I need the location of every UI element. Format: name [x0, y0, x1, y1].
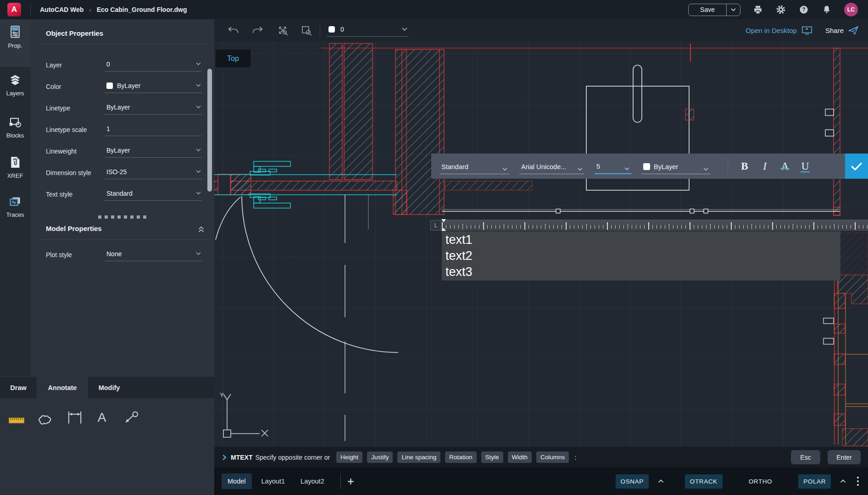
text-height-input[interactable]: 5	[595, 159, 631, 174]
zoom-extents-icon	[277, 24, 289, 36]
share-button[interactable]: Share	[825, 25, 859, 35]
option-columns[interactable]: Columns	[536, 451, 569, 463]
chevron-down-icon	[196, 105, 201, 109]
zoom-extents-button[interactable]	[276, 23, 289, 37]
tab-annotate[interactable]: Annotate	[37, 377, 88, 398]
collapse-section-button[interactable]	[198, 226, 204, 233]
option-line-spacing[interactable]: Line spacing	[397, 451, 440, 463]
chevron-down-icon	[703, 168, 708, 171]
grip-handle[interactable]	[704, 209, 708, 213]
help-button[interactable]: ?	[798, 4, 809, 15]
tab-draw[interactable]: Draw	[0, 377, 37, 398]
tab-modify[interactable]: Modify	[88, 377, 130, 398]
print-button[interactable]	[752, 4, 763, 15]
text-color-value: ByLayer	[654, 163, 678, 170]
printer-icon	[753, 5, 763, 15]
text-color-select[interactable]: ByLayer	[641, 159, 710, 174]
panel-scrollbar[interactable]	[207, 69, 212, 192]
property-label: Linetype	[46, 104, 105, 112]
text-style-dropdown[interactable]: Standard	[105, 188, 202, 201]
color-dropdown[interactable]: ByLayer	[105, 81, 202, 93]
layer-dropdown[interactable]: 0	[105, 59, 202, 72]
option-width[interactable]: Width	[508, 451, 532, 463]
linetype-scale-input[interactable]: 1	[105, 124, 202, 136]
door-handle-bottom	[250, 194, 290, 208]
linetype-dropdown[interactable]: ByLayer	[105, 102, 202, 115]
open-in-desktop-button[interactable]: Open in Desktop	[746, 26, 812, 35]
multileader-tool-button[interactable]	[122, 408, 140, 427]
undo-button[interactable]	[226, 23, 240, 37]
toggle-polar[interactable]: POLAR	[798, 474, 831, 489]
chevron-down-icon	[196, 192, 201, 195]
sidebar-item-properties[interactable]: Prop.	[0, 25, 30, 49]
confirm-text-button[interactable]	[845, 154, 868, 179]
divider	[39, 239, 207, 240]
italic-button[interactable]: I	[755, 156, 775, 176]
object-properties-title: Object Properties	[46, 29, 103, 37]
enter-button[interactable]: Enter	[828, 450, 861, 464]
strikethrough-button[interactable]: A	[775, 156, 795, 176]
tab-layout1[interactable]: Layout1	[256, 473, 291, 489]
autocad-logo-icon[interactable]: A	[7, 3, 21, 16]
view-cube-label[interactable]: Top	[216, 50, 250, 67]
measure-tool-button[interactable]	[7, 411, 26, 429]
font-select[interactable]: Arial Unicode...	[519, 159, 584, 174]
underline-button[interactable]: U	[795, 156, 815, 176]
option-rotation[interactable]: Rotation	[445, 451, 476, 463]
breadcrumb-filename[interactable]: Eco Cabin_Ground Floor.dwg	[97, 6, 187, 13]
mtext-line[interactable]: text3	[445, 264, 837, 280]
chevron-down-icon	[402, 28, 407, 31]
current-layer-dropdown[interactable]: 0	[327, 24, 408, 37]
add-layout-button[interactable]	[347, 478, 354, 485]
plot-style-dropdown[interactable]: None	[105, 249, 202, 261]
text-tool-icon: A	[95, 410, 109, 425]
option-height[interactable]: Height	[336, 451, 362, 463]
blocks-icon	[8, 116, 22, 129]
linear-dimension-tool-button[interactable]	[66, 408, 84, 427]
tab-layout2[interactable]: Layout2	[295, 473, 330, 489]
sidebar-item-xref[interactable]: XREF	[0, 155, 30, 179]
redo-button[interactable]	[251, 23, 265, 37]
avatar[interactable]: LC	[844, 3, 858, 16]
save-button[interactable]: Save	[689, 4, 726, 16]
text-tool-button[interactable]: A	[93, 408, 111, 427]
esc-button[interactable]: Esc	[791, 450, 820, 464]
bold-button[interactable]: B	[734, 156, 755, 176]
panel-resize-handle[interactable]	[98, 215, 146, 219]
current-layer-value: 0	[340, 26, 344, 33]
grip-handle[interactable]	[690, 209, 694, 213]
mtext-selection-frame[interactable]	[442, 209, 840, 213]
mtext-ruler[interactable]	[442, 219, 868, 231]
breadcrumb-app[interactable]: AutoCAD Web	[40, 6, 83, 13]
status-overflow-menu[interactable]	[855, 477, 861, 486]
toggle-osnap[interactable]: OSNAP	[616, 474, 649, 489]
sidebar-item-blocks[interactable]: Blocks	[0, 116, 30, 139]
ruler-icon	[8, 414, 25, 426]
text-style-select[interactable]: Standard	[440, 159, 509, 174]
mtext-line[interactable]: text2	[445, 248, 837, 264]
ruler-tab-button[interactable]: L	[430, 220, 441, 231]
indent-marker-bottom[interactable]	[441, 226, 446, 231]
grip-handle[interactable]	[556, 209, 560, 213]
option-justify[interactable]: Justify	[367, 451, 393, 463]
mtext-line[interactable]: text1	[445, 232, 837, 248]
sidebar-item-traces[interactable]: Traces	[0, 195, 30, 218]
dimension-style-dropdown[interactable]: ISO-25	[105, 167, 202, 179]
lineweight-dropdown[interactable]: ByLayer	[105, 145, 202, 158]
zoom-window-button[interactable]	[300, 23, 313, 37]
mtext-editor[interactable]: text1 text2 text3	[442, 231, 840, 280]
settings-button[interactable]	[775, 4, 786, 15]
toggle-ortho[interactable]: ORTHO	[744, 474, 778, 489]
save-menu-button[interactable]	[726, 4, 740, 16]
indent-marker-top[interactable]	[441, 219, 446, 225]
revision-cloud-tool-button[interactable]	[36, 408, 54, 427]
sidebar-item-label: Traces	[6, 211, 24, 218]
osnap-menu-chevron-icon[interactable]	[658, 479, 664, 483]
tab-model[interactable]: Model	[222, 473, 252, 489]
polar-menu-chevron-icon[interactable]	[840, 479, 846, 483]
toggle-otrack[interactable]: OTRACK	[685, 474, 723, 489]
notifications-button[interactable]	[821, 4, 832, 15]
sidebar-item-layers[interactable]: Layers	[0, 73, 30, 97]
canvas-toolbar-right: Open in Desktop Share	[746, 25, 868, 35]
option-style[interactable]: Style	[481, 451, 503, 463]
